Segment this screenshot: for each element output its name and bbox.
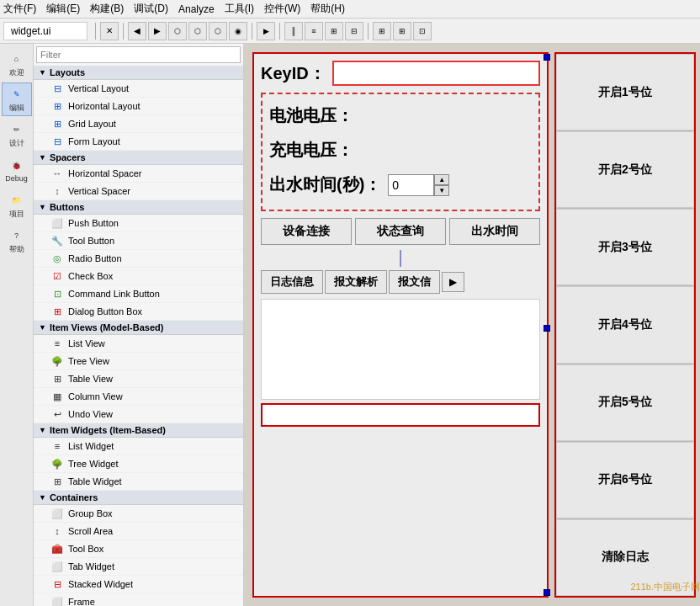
- btn-pos-4[interactable]: 开启4号位: [556, 286, 694, 363]
- sidebar-icon-edit[interactable]: ✎ 编辑: [2, 82, 32, 116]
- water-time-btn[interactable]: 出水时间: [449, 218, 540, 245]
- toolbar-close-btn[interactable]: ✕: [100, 22, 119, 40]
- list-item[interactable]: ↔ Horizontal Spacer: [34, 165, 243, 183]
- toolbar-btn-3[interactable]: ⬡: [168, 22, 187, 40]
- list-item[interactable]: ☑ Check Box: [34, 268, 243, 285]
- menu-controls[interactable]: 控件(W): [264, 2, 300, 16]
- toolbar-btn-5[interactable]: ⬡: [209, 22, 227, 40]
- widget-container: KeyID： 电池电压： 充电电压： 出水时间(秒)： ▲ ▼: [252, 52, 549, 598]
- list-item[interactable]: ⊞ Table Widget: [34, 473, 243, 491]
- group-box-icon: ⬜: [50, 507, 64, 520]
- containers-arrow: ▼: [39, 493, 46, 502]
- category-layouts[interactable]: ▼ Layouts: [34, 66, 243, 80]
- category-item-views[interactable]: ▼ Item Views (Model-Based): [34, 321, 243, 335]
- menu-analyze[interactable]: Analyze: [178, 3, 215, 15]
- category-spacers[interactable]: ▼ Spacers: [34, 151, 243, 165]
- list-item[interactable]: ⊟ Form Layout: [34, 133, 243, 151]
- tab-log[interactable]: 日志信息: [261, 270, 323, 294]
- list-item[interactable]: 🧰 Tool Box: [34, 540, 243, 558]
- btn-pos-2[interactable]: 开启2号位: [556, 131, 694, 208]
- tab-message[interactable]: 报文信: [389, 270, 440, 294]
- toolbar-align-3[interactable]: ⊞: [325, 22, 343, 40]
- main-area: ⌂ 欢迎 ✎ 编辑 ✏ 设计 🐞 Debug 📁 项目 ? 帮助 ▼: [0, 44, 700, 606]
- menu-tools[interactable]: 工具(I): [225, 2, 254, 16]
- sidebar-icon-design[interactable]: ✏ 设计: [2, 118, 32, 152]
- list-item[interactable]: ⊞ Table View: [34, 370, 243, 388]
- right-panel: 开启1号位 开启2号位 开启3号位 开启4号位 开启5号位 开启6号位 清除日志: [554, 52, 696, 598]
- category-containers[interactable]: ▼ Containers: [34, 491, 243, 505]
- toolbar-btn-7[interactable]: ▶: [257, 22, 275, 40]
- keyid-input[interactable]: [332, 61, 540, 86]
- list-item[interactable]: 🔧 Tool Button: [34, 232, 243, 250]
- menu-build[interactable]: 构建(B): [90, 2, 124, 16]
- btn-pos-1[interactable]: 开启1号位: [556, 54, 694, 130]
- list-item[interactable]: ⊞ Horizontal Layout: [34, 98, 243, 115]
- menu-help[interactable]: 帮助(H): [310, 2, 345, 16]
- list-item[interactable]: ⊡ Command Link Button: [34, 285, 243, 303]
- category-buttons[interactable]: ▼ Buttons: [34, 200, 243, 215]
- check-box-icon: ☑: [50, 269, 64, 283]
- list-item[interactable]: ⬜ Tab Widget: [34, 558, 243, 576]
- water-time-label: 出水时间(秒)：: [269, 173, 381, 196]
- list-item[interactable]: ≡ List Widget: [34, 438, 243, 455]
- tab-parse[interactable]: 报文解析: [325, 270, 387, 294]
- toolbar-separator-3: [252, 23, 252, 40]
- spinbox: ▲ ▼: [388, 174, 449, 196]
- resize-handle-tr[interactable]: [544, 54, 550, 61]
- btn-clear-log[interactable]: 清除日志: [556, 519, 694, 596]
- btn-pos-5[interactable]: 开启5号位: [556, 364, 694, 441]
- list-item[interactable]: ≡ List View: [34, 335, 243, 353]
- list-item[interactable]: ▦ Column View: [34, 388, 243, 406]
- btn-pos-6[interactable]: 开启6号位: [556, 442, 694, 518]
- list-item[interactable]: ↕ Scroll Area: [34, 523, 243, 540]
- sidebar-icon-project[interactable]: 📁 项目: [2, 189, 32, 222]
- btn-pos-3[interactable]: 开启3号位: [556, 209, 694, 285]
- spinbox-input[interactable]: [388, 174, 434, 196]
- list-item[interactable]: ⊞ Grid Layout: [34, 115, 243, 133]
- tool-box-icon: 🧰: [50, 542, 64, 556]
- toolbar-align-2[interactable]: ≡: [305, 22, 323, 40]
- tool-button-icon: 🔧: [50, 234, 64, 247]
- toolbar-align-1[interactable]: ║: [284, 22, 303, 40]
- resize-handle-br[interactable]: [544, 589, 550, 596]
- status-btn[interactable]: 状态查询: [355, 218, 446, 245]
- sidebar-icon-help[interactable]: ? 帮助: [2, 224, 32, 258]
- list-item[interactable]: 🌳 Tree View: [34, 353, 243, 370]
- list-item[interactable]: ⊟ Vertical Layout: [34, 80, 243, 98]
- list-item[interactable]: ↩ Undo View: [34, 406, 243, 423]
- toolbar-btn-4[interactable]: ⬡: [188, 22, 207, 40]
- list-item[interactable]: ◎ Radio Button: [34, 250, 243, 268]
- toolbar-btn-1[interactable]: ◀: [128, 22, 146, 40]
- table-view-icon: ⊞: [50, 372, 64, 385]
- spinbox-down-btn[interactable]: ▼: [434, 185, 449, 196]
- toolbar-grid-2[interactable]: ⊞: [393, 22, 411, 40]
- filter-input[interactable]: [36, 46, 241, 63]
- list-item[interactable]: ⊞ Dialog Button Box: [34, 303, 243, 321]
- toolbar-align-4[interactable]: ⊟: [345, 22, 363, 40]
- list-item[interactable]: ↕ Vertical Spacer: [34, 183, 243, 200]
- category-item-widgets[interactable]: ▼ Item Widgets (Item-Based): [34, 423, 243, 438]
- sidebar-icon-debug[interactable]: 🐞 Debug: [2, 153, 32, 187]
- list-item[interactable]: 🌳 Tree Widget: [34, 455, 243, 473]
- list-item[interactable]: ⬜ Frame: [34, 593, 243, 606]
- menu-edit[interactable]: 编辑(E): [46, 2, 80, 16]
- toolbar-grid-1[interactable]: ⊞: [373, 22, 391, 40]
- list-item[interactable]: ⬜ Group Box: [34, 505, 243, 523]
- spinbox-up-btn[interactable]: ▲: [434, 174, 449, 185]
- toolbar-btn-6[interactable]: ◉: [229, 22, 247, 40]
- sidebar-icon-welcome[interactable]: ⌂ 欢迎: [2, 47, 32, 81]
- design-canvas: KeyID： 电池电压： 充电电压： 出水时间(秒)： ▲ ▼: [244, 44, 700, 606]
- list-item[interactable]: ⬜ Push Button: [34, 215, 243, 232]
- connect-btn[interactable]: 设备连接: [261, 218, 352, 245]
- list-item[interactable]: ⊟ Stacked Widget: [34, 576, 243, 593]
- toolbar: widget.ui ✕ ◀ ▶ ⬡ ⬡ ⬡ ◉ ▶ ║ ≡ ⊞ ⊟ ⊞ ⊞ ⊡: [0, 19, 700, 44]
- menu-debug[interactable]: 调试(D): [134, 2, 168, 16]
- vertical-layout-icon: ⊟: [50, 82, 64, 95]
- toolbar-preview[interactable]: ⊡: [413, 22, 432, 40]
- tree-widget-icon: 🌳: [50, 457, 64, 470]
- tab-arrow-btn[interactable]: ▶: [442, 272, 464, 292]
- menu-file[interactable]: 文件(F): [3, 2, 36, 16]
- splitter-handle[interactable]: [400, 250, 401, 267]
- resize-handle-mr[interactable]: [544, 325, 550, 332]
- toolbar-btn-2[interactable]: ▶: [148, 22, 167, 40]
